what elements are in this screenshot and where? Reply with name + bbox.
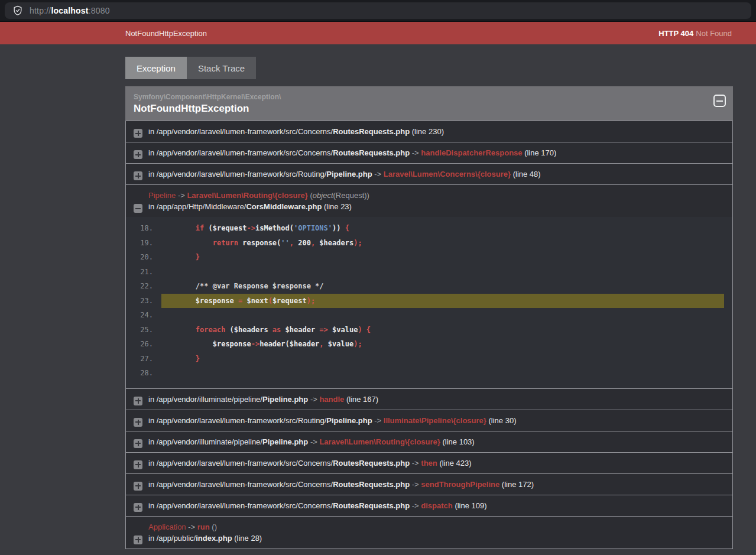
- stack-frame-header[interactable]: in /app/vendor/illuminate/pipeline/Pipel…: [126, 389, 732, 410]
- stack-frame-header[interactable]: in /app/vendor/laravel/lumen-framework/s…: [126, 453, 732, 473]
- collapse-frame-icon[interactable]: [134, 204, 142, 213]
- stack-frame: in /app/vendor/laravel/lumen-framework/s…: [126, 163, 732, 184]
- text-segment: RoutesRequests.php: [333, 148, 410, 157]
- text-segment: (line 423): [437, 459, 472, 468]
- code-line: 24.: [126, 308, 732, 323]
- expand-frame-icon[interactable]: [134, 129, 142, 138]
- text-segment: RoutesRequests.php: [333, 480, 410, 489]
- text-segment: $response: [213, 340, 251, 348]
- tab-stack-trace[interactable]: Stack Trace: [187, 57, 256, 79]
- text-segment: in /app/vendor/illuminate/pipeline/: [148, 395, 262, 404]
- text-segment: CorsMiddleware.php: [246, 202, 322, 211]
- text-segment: $next: [247, 297, 268, 305]
- text-segment: [161, 297, 196, 305]
- text-segment: in /app/vendor/laravel/lumen-framework/s…: [148, 127, 333, 136]
- expand-frame-icon[interactable]: [134, 503, 142, 512]
- text-segment: =>: [319, 326, 327, 334]
- text-segment: $request: [272, 297, 307, 305]
- frame-text-line: in /app/vendor/laravel/lumen-framework/s…: [148, 479, 724, 490]
- expand-frame-icon[interactable]: [134, 418, 142, 427]
- expand-frame-icon[interactable]: [134, 439, 142, 448]
- http-status-text: Not Found: [696, 29, 732, 38]
- text-segment: handleDispatcherResponse: [421, 148, 522, 157]
- expand-frame-icon[interactable]: [134, 460, 142, 469]
- error-banner: NotFoundHttpException HTTP 404Not Found: [0, 22, 756, 44]
- text-segment: ->: [410, 459, 421, 468]
- text-segment: Laravel\Lumen\Routing\{closure}: [187, 191, 307, 200]
- text-segment: $value: [324, 340, 354, 348]
- exception-namespace: Symfony\Component\HttpKernel\Exception\: [134, 92, 707, 102]
- site-security-shield-icon[interactable]: [12, 5, 24, 17]
- text-segment: [161, 326, 196, 334]
- text-segment: Pipeline.php: [262, 437, 308, 446]
- text-segment: foreach: [196, 326, 226, 334]
- expand-frame-icon[interactable]: [134, 150, 142, 159]
- text-segment: (line 103): [440, 437, 475, 446]
- text-segment: {: [345, 224, 349, 232]
- line-number: 22.: [126, 282, 161, 290]
- frame-text-line: in /app/public/index.php (line 28): [148, 533, 724, 544]
- line-number: 25.: [126, 326, 161, 334]
- text-segment: Application: [148, 522, 186, 531]
- collapse-panel-icon[interactable]: [713, 95, 726, 107]
- code-snippet: 18. if ($request->isMethod('OPTIONS')) {…: [126, 217, 732, 388]
- text-segment: Pipeline.php: [326, 416, 372, 425]
- text-segment: in /app/public/: [148, 534, 196, 543]
- text-segment: ->: [410, 148, 421, 157]
- stack-frame-header[interactable]: in /app/vendor/laravel/lumen-framework/s…: [126, 164, 732, 184]
- line-number: 19.: [126, 239, 161, 247]
- stack-frame-header[interactable]: Pipeline -> Laravel\Lumen\Routing\{closu…: [126, 185, 732, 217]
- text-segment: ,: [319, 340, 323, 348]
- text-segment: ->: [186, 522, 197, 531]
- text-segment: $header: [290, 340, 320, 348]
- code-line: 26. $response->header($header, $value);: [126, 337, 732, 352]
- text-segment: $value: [328, 326, 358, 334]
- text-segment: =: [238, 297, 242, 305]
- expand-frame-icon[interactable]: [134, 482, 142, 491]
- text-segment: ,: [311, 239, 315, 247]
- frame-text-line: in /app/vendor/laravel/lumen-framework/s…: [148, 126, 724, 137]
- text-segment: then: [421, 459, 437, 468]
- frame-text-line: in /app/vendor/laravel/lumen-framework/s…: [148, 500, 724, 511]
- text-segment: in /app/vendor/laravel/lumen-framework/s…: [148, 416, 326, 425]
- text-segment: (line 172): [499, 480, 534, 489]
- address-bar[interactable]: http://localhost:8080: [5, 2, 751, 19]
- text-segment: $request: [213, 224, 247, 232]
- text-segment: if: [196, 224, 204, 232]
- stack-frame-header[interactable]: in /app/vendor/laravel/lumen-framework/s…: [126, 410, 732, 431]
- text-segment: in /app/vendor/laravel/lumen-framework/s…: [148, 480, 333, 489]
- line-number: 18.: [126, 224, 161, 232]
- tab-exception[interactable]: Exception: [125, 57, 187, 79]
- text-segment: in /app/vendor/laravel/lumen-framework/s…: [148, 170, 326, 178]
- stack-frame-header[interactable]: in /app/vendor/laravel/lumen-framework/s…: [126, 142, 732, 163]
- stack-frame-header[interactable]: in /app/vendor/laravel/lumen-framework/s…: [126, 474, 732, 495]
- stack-frame: Application -> run ()in /app/public/inde…: [126, 516, 732, 548]
- stack-frame-header[interactable]: in /app/vendor/laravel/lumen-framework/s…: [126, 121, 732, 142]
- text-segment: response(: [238, 239, 281, 247]
- code-line: 22. /** @var Response $response */: [126, 279, 732, 294]
- text-segment: return: [213, 239, 238, 247]
- line-number: 20.: [126, 253, 161, 261]
- text-segment: RoutesRequests.php: [333, 501, 410, 510]
- exception-panel-header: Symfony\Component\HttpKernel\Exception\ …: [125, 86, 733, 121]
- text-segment: );: [307, 297, 315, 305]
- expand-frame-icon[interactable]: [134, 397, 142, 405]
- line-number: 26.: [126, 340, 161, 348]
- text-segment: header(: [259, 340, 290, 348]
- stack-frame-header[interactable]: in /app/vendor/laravel/lumen-framework/s…: [126, 495, 732, 516]
- code-line-highlighted: 23. $response = $next($request);: [126, 294, 732, 309]
- expand-frame-icon[interactable]: [134, 171, 142, 180]
- text-segment: $headers: [234, 326, 272, 334]
- text-segment: isMethod(: [255, 224, 294, 232]
- text-segment: )): [332, 224, 345, 232]
- main-content: Exception Stack Trace Symfony\Component\…: [0, 44, 756, 549]
- url-port: :8080: [89, 6, 110, 15]
- stack-frame: Pipeline -> Laravel\Lumen\Routing\{closu…: [126, 184, 732, 388]
- text-segment: dispatch: [421, 501, 452, 510]
- stack-frame-header[interactable]: in /app/vendor/illuminate/pipeline/Pipel…: [126, 431, 732, 452]
- text-segment: (line 170): [523, 148, 557, 157]
- text-segment: 200: [294, 239, 311, 247]
- text-segment: ->: [308, 395, 319, 404]
- expand-frame-icon[interactable]: [134, 535, 142, 544]
- stack-frame-header[interactable]: Application -> run ()in /app/public/inde…: [126, 517, 732, 548]
